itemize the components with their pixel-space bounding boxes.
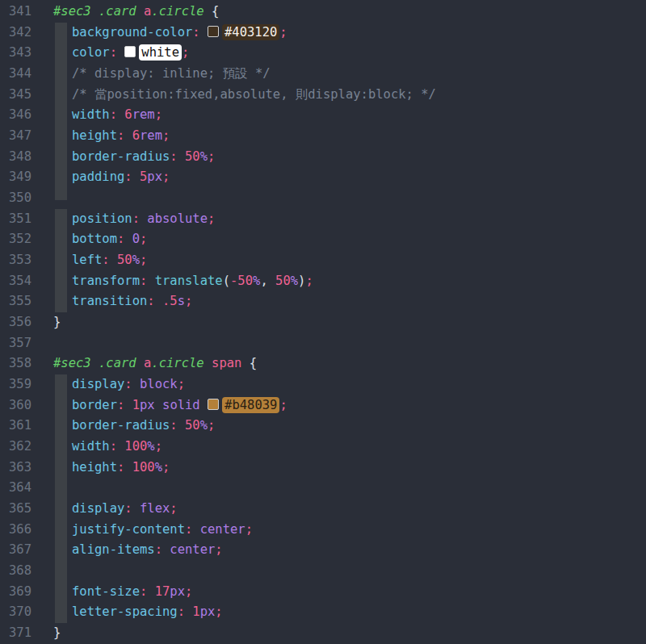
color-swatch-icon[interactable]: [208, 399, 219, 410]
code-line[interactable]: 350: [0, 188, 646, 209]
token-num: -50: [230, 274, 253, 288]
token-prop: width: [72, 107, 110, 122]
line-number[interactable]: 350: [0, 188, 45, 209]
line-number[interactable]: 343: [0, 43, 45, 64]
token-val: absolute: [147, 211, 208, 226]
code-line[interactable]: 352bottom: 0;: [0, 229, 646, 250]
token-prop: font-size: [72, 584, 140, 599]
line-number[interactable]: 365: [0, 499, 45, 520]
color-value-pill[interactable]: white: [139, 44, 182, 61]
code-line[interactable]: 356}: [0, 312, 646, 333]
code-line[interactable]: 347height: 6rem;: [0, 126, 646, 147]
line-number[interactable]: 347: [0, 126, 45, 147]
token-sp: [132, 501, 140, 516]
code-line[interactable]: 370letter-spacing: 1px;: [0, 602, 646, 623]
line-number[interactable]: 355: [0, 291, 45, 312]
code-line[interactable]: 345/* 當position:fixed,absolute, 則display…: [0, 85, 646, 106]
code-line[interactable]: 366justify-content: center;: [0, 520, 646, 541]
line-number[interactable]: 349: [0, 167, 45, 188]
code-line[interactable]: 363height: 100%;: [0, 458, 646, 479]
line-number[interactable]: 346: [0, 105, 45, 126]
token-id: #sec3: [53, 356, 91, 370]
indent-guide: [55, 85, 67, 106]
token-pun: ;: [215, 542, 222, 557]
indent-guide: [55, 291, 67, 312]
line-number[interactable]: 363: [0, 458, 45, 479]
color-swatch-icon[interactable]: [124, 46, 136, 57]
code-line[interactable]: 358#sec3 .card a.circle span {: [0, 353, 646, 374]
line-number[interactable]: 369: [0, 582, 45, 603]
line-number[interactable]: 352: [0, 229, 45, 250]
code-line[interactable]: 369font-size: 17px;: [0, 582, 646, 603]
token-sp: [117, 45, 124, 60]
code-line[interactable]: 348border-radius: 50%;: [0, 147, 646, 168]
line-number[interactable]: 358: [0, 353, 45, 374]
line-number[interactable]: 341: [0, 2, 45, 23]
code-line[interactable]: 349padding: 5px;: [0, 167, 646, 188]
code-line[interactable]: 344/* display: inline; 預設 */: [0, 64, 646, 85]
token-pun: ;: [162, 128, 170, 143]
line-number[interactable]: 342: [0, 23, 45, 44]
token-num: 5: [140, 169, 147, 184]
code-line[interactable]: 346width: 6rem;: [0, 105, 646, 126]
token-prop: height: [72, 128, 117, 143]
line-number[interactable]: 348: [0, 147, 45, 168]
code-line[interactable]: 355transition: .5s;: [0, 291, 646, 312]
code-line[interactable]: 353left: 50%;: [0, 250, 646, 271]
token-brace: }: [53, 315, 61, 329]
code-line[interactable]: 341#sec3 .card a.circle {: [0, 2, 646, 23]
line-number[interactable]: 364: [0, 478, 45, 499]
token-sp: [162, 542, 170, 557]
token-sp: [178, 418, 185, 433]
code-text: }: [45, 312, 61, 333]
token-unit: %: [132, 253, 140, 267]
code-text: border-radius: 50%;: [45, 416, 215, 437]
token-sp: [110, 253, 117, 267]
line-number[interactable]: 371: [0, 623, 45, 644]
line-number[interactable]: 362: [0, 437, 45, 458]
code-line[interactable]: 360border: 1px solid #b48039;: [0, 395, 646, 416]
line-number[interactable]: 360: [0, 395, 45, 416]
code-line[interactable]: 362width: 100%;: [0, 437, 646, 458]
line-number[interactable]: 356: [0, 312, 45, 333]
indent-guide: [55, 64, 67, 85]
code-line[interactable]: 359display: block;: [0, 374, 646, 395]
color-value-pill[interactable]: #b48039: [222, 397, 279, 413]
line-number[interactable]: 359: [0, 374, 45, 395]
line-number[interactable]: 361: [0, 416, 45, 437]
line-number[interactable]: 357: [0, 333, 45, 354]
line-number[interactable]: 366: [0, 520, 45, 541]
code-line[interactable]: 361border-radius: 50%;: [0, 416, 646, 437]
color-swatch-icon[interactable]: [208, 26, 219, 37]
code-line[interactable]: 365display: flex;: [0, 499, 646, 520]
token-pun: ;: [155, 107, 162, 122]
line-number[interactable]: 370: [0, 602, 45, 623]
indent-guide: [55, 167, 67, 188]
code-line[interactable]: 342background-color: #403120;: [0, 23, 646, 44]
code-line[interactable]: 364: [0, 478, 646, 499]
code-line[interactable]: 354transform: translate(-50%, 50%);: [0, 271, 646, 292]
indent-guide: [55, 561, 67, 582]
token-sp: [117, 107, 124, 122]
code-line[interactable]: 351position: absolute;: [0, 209, 646, 230]
color-value-pill[interactable]: #403120: [222, 24, 279, 40]
token-prop: position: [72, 211, 132, 226]
line-number[interactable]: 368: [0, 561, 45, 582]
line-number[interactable]: 345: [0, 85, 45, 106]
line-number[interactable]: 351: [0, 209, 45, 230]
code-line[interactable]: 343color: white;: [0, 43, 646, 64]
code-line[interactable]: 367align-items: center;: [0, 540, 646, 561]
line-number[interactable]: 353: [0, 250, 45, 271]
line-number[interactable]: 344: [0, 64, 45, 85]
line-number[interactable]: 367: [0, 540, 45, 561]
code-line[interactable]: 371}: [0, 623, 646, 644]
token-pun: ;: [162, 460, 170, 475]
code-line[interactable]: 368: [0, 561, 646, 582]
code-line[interactable]: 357: [0, 333, 646, 354]
token-pun: ;: [182, 45, 189, 60]
token-num: 50: [117, 253, 132, 267]
line-number[interactable]: 354: [0, 271, 45, 292]
indent-guide: [55, 395, 67, 416]
token-prop: background-color: [72, 25, 192, 40]
code-text: position: absolute;: [45, 209, 215, 230]
